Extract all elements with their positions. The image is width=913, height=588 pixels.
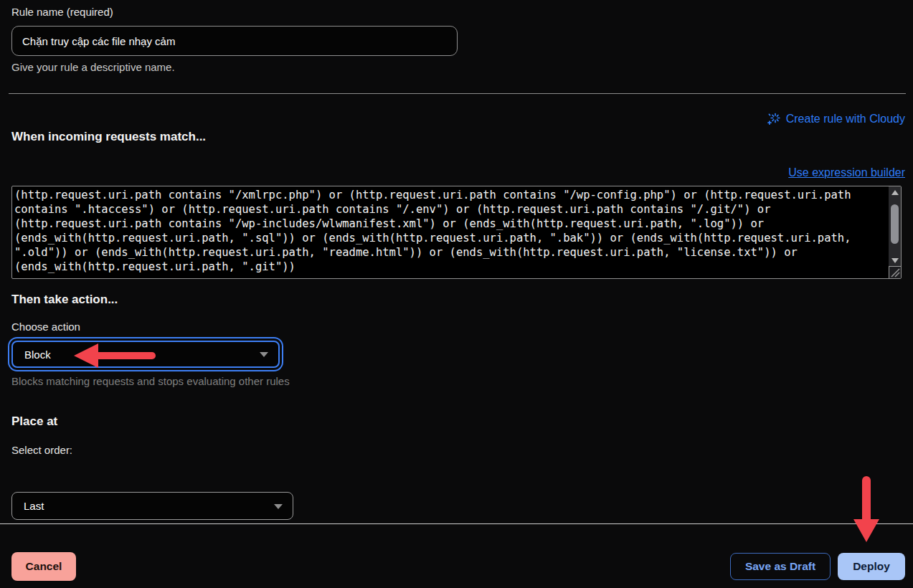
- scrollbar-thumb[interactable]: [891, 204, 899, 244]
- create-rule-with-cloudy-link[interactable]: Create rule with Cloudy: [767, 112, 905, 126]
- footer-divider: [0, 523, 913, 524]
- use-expression-builder-link[interactable]: Use expression builder: [788, 166, 905, 179]
- select-order-label: Select order:: [11, 444, 72, 456]
- save-as-draft-button[interactable]: Save as Draft: [730, 553, 831, 580]
- arrow-shaft: [862, 476, 871, 519]
- use-expression-builder-label: Use expression builder: [788, 166, 905, 179]
- sparkle-icon: [767, 112, 781, 126]
- expression-scrollbar[interactable]: [889, 186, 901, 266]
- resize-grip-icon[interactable]: [889, 266, 901, 278]
- choose-action-label: Choose action: [11, 321, 80, 333]
- waf-rule-form-page: Rule name (required) Give your rule a de…: [0, 0, 913, 588]
- chevron-down-icon: [260, 352, 268, 357]
- annotation-arrow-down: [853, 476, 879, 542]
- rule-name-label: Rule name (required): [11, 6, 113, 18]
- order-select[interactable]: Last: [11, 492, 293, 520]
- arrow-head: [853, 519, 879, 542]
- cancel-button[interactable]: Cancel: [11, 552, 76, 581]
- action-select[interactable]: Block: [11, 341, 280, 368]
- expression-editor-container: (http.request.uri.path contains "/xmlrpc…: [11, 186, 902, 279]
- scrollbar-up-icon[interactable]: [889, 186, 901, 198]
- scrollbar-down-icon[interactable]: [889, 255, 901, 266]
- deploy-button[interactable]: Deploy: [838, 553, 905, 580]
- section-divider-top: [9, 93, 906, 94]
- create-rule-with-cloudy-label: Create rule with Cloudy: [786, 113, 905, 125]
- chevron-down-icon: [274, 504, 283, 509]
- rule-name-input[interactable]: [11, 26, 458, 56]
- action-select-value: Block: [24, 348, 51, 361]
- order-select-value: Last: [24, 500, 44, 512]
- expression-textarea[interactable]: (http.request.uri.path contains "/xmlrpc…: [11, 186, 902, 279]
- action-section-heading: Then take action...: [11, 293, 118, 307]
- place-section-heading: Place at: [11, 414, 57, 429]
- match-section-heading: When incoming requests match...: [11, 130, 206, 144]
- action-helper-text: Blocks matching requests and stops evalu…: [11, 375, 290, 387]
- rule-name-helper: Give your rule a descriptive name.: [11, 61, 175, 73]
